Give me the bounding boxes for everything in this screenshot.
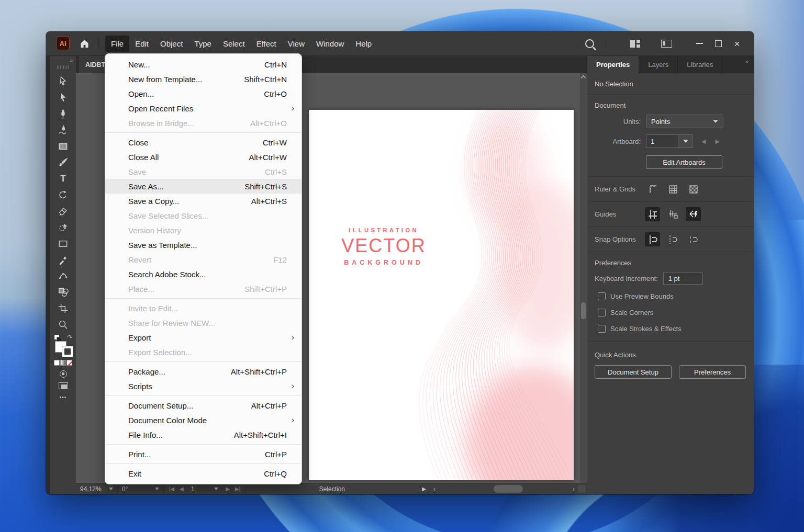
preferences-button[interactable]: Preferences (679, 365, 746, 379)
edit-toolbar-icon[interactable]: ••• (60, 394, 67, 400)
menu-item[interactable]: Close Ctrl+W (105, 135, 302, 150)
selection-tool[interactable] (54, 73, 72, 89)
zoom-level-control[interactable]: 94,12% (76, 483, 118, 494)
shape-builder-tool[interactable] (54, 284, 72, 300)
none-swatch[interactable] (66, 360, 72, 366)
menu-item[interactable]: Save a Copy... Alt+Ctrl+S (105, 194, 302, 208)
home-icon[interactable] (79, 38, 90, 49)
menu-item[interactable]: Search Adobe Stock... (105, 267, 302, 281)
grid-icon[interactable] (665, 182, 680, 196)
menubar-item[interactable]: Help (350, 36, 377, 52)
menubar-item[interactable]: View (282, 36, 310, 52)
scale-strokes-effects-checkbox[interactable] (598, 325, 606, 333)
snap-to-point-icon[interactable] (645, 232, 660, 246)
tab-layers[interactable]: Layers (639, 56, 678, 73)
stroke-color-swatch[interactable] (62, 346, 73, 357)
menu-item[interactable]: Export › (105, 330, 302, 345)
workspace-switcher-icon[interactable] (640, 40, 672, 48)
scale-corners-checkbox[interactable] (598, 309, 606, 316)
color-swatch[interactable] (54, 360, 60, 366)
menu-item[interactable]: Exit Ctrl+Q (105, 466, 302, 481)
artboard-dropdown[interactable] (678, 134, 693, 148)
last-artboard-icon[interactable]: ▶| (235, 486, 240, 492)
puppet-warp-tool[interactable] (54, 268, 72, 284)
tab-libraries[interactable]: Libraries (678, 56, 722, 73)
eraser-tool[interactable] (54, 203, 72, 219)
document-setup-button[interactable]: Document Setup (595, 365, 672, 379)
keyboard-increment-input[interactable]: 1 pt (663, 273, 703, 285)
rotation-control[interactable]: 0° (118, 483, 164, 494)
vertical-scrollbar[interactable] (580, 73, 587, 483)
shaper-tool[interactable] (54, 219, 72, 235)
units-dropdown[interactable]: Points (646, 115, 723, 128)
tab-properties[interactable]: Properties (587, 56, 639, 73)
menu-item[interactable]: New... Ctrl+N (105, 57, 302, 72)
horizontal-scrollbar[interactable]: ‹ › (430, 483, 587, 494)
previous-artboard-icon[interactable]: ◀ (180, 486, 184, 492)
menubar-item[interactable]: File (105, 36, 129, 52)
scroll-left-icon[interactable]: ‹ (430, 485, 439, 493)
previous-artboard-icon[interactable]: ◀ (701, 138, 706, 145)
show-guides-icon[interactable] (645, 207, 660, 221)
use-preview-bounds-checkbox[interactable] (598, 292, 606, 300)
direct-selection-tool[interactable] (54, 89, 72, 106)
pen-tool[interactable] (54, 106, 72, 122)
menu-item[interactable]: Save as Template... (105, 237, 302, 252)
snap-to-glyph-icon[interactable] (686, 207, 701, 221)
menubar-item[interactable]: Window (310, 36, 350, 52)
status-expand-icon[interactable]: ▶ (418, 486, 430, 492)
scroll-right-icon[interactable]: › (570, 485, 578, 493)
pixel-grid-icon[interactable] (686, 182, 701, 196)
screen-mode-icon[interactable] (59, 382, 68, 389)
toolbar-grip[interactable]: |||||||| (57, 64, 70, 69)
artboard-input[interactable]: 1 (646, 134, 678, 148)
menu-item[interactable]: Invite to Edit... (105, 301, 302, 315)
panel-expand-icon[interactable]: » (745, 56, 754, 73)
menu-item[interactable]: Close All Alt+Ctrl+W (105, 150, 302, 164)
menubar-item[interactable]: Type (188, 36, 217, 52)
horizontal-scroll-thumb[interactable] (494, 485, 523, 493)
menu-item[interactable]: Save As... Shift+Ctrl+S (105, 179, 302, 194)
next-artboard-icon[interactable]: ▶ (226, 486, 230, 492)
menu-item[interactable]: Document Color Mode › (105, 413, 302, 427)
first-artboard-icon[interactable]: |◀ (169, 486, 174, 492)
paintbrush-tool[interactable] (54, 154, 72, 171)
snap-to-grid-icon[interactable] (665, 232, 680, 246)
menu-item[interactable]: New from Template... Shift+Ctrl+N (105, 72, 302, 86)
search-icon[interactable] (585, 39, 594, 48)
default-fill-stroke-icon[interactable] (54, 335, 59, 339)
maximize-button[interactable] (709, 36, 728, 51)
edit-artboards-button[interactable]: Edit Artboards (646, 155, 722, 169)
eyedropper-tool[interactable] (54, 252, 72, 268)
menu-item[interactable]: Browse in Bridge... Alt+Ctrl+O (105, 116, 302, 130)
menu-item[interactable]: Share for Review NEW... (105, 315, 302, 330)
minimize-button[interactable] (690, 36, 709, 51)
artboard-number-control[interactable]: 1 (189, 485, 221, 493)
menu-item[interactable]: Document Setup... Alt+Ctrl+P (105, 398, 302, 413)
arrange-documents-icon[interactable] (630, 40, 640, 48)
menu-item[interactable]: Scripts › (105, 379, 302, 393)
curvature-tool[interactable] (54, 122, 72, 138)
menu-item[interactable]: Print... Ctrl+P (105, 447, 302, 461)
toolbar-expand-icon[interactable]: » (50, 56, 76, 63)
snap-to-pixel-icon[interactable] (686, 232, 701, 246)
menu-item[interactable]: Version History (105, 223, 302, 237)
menu-item[interactable]: Save Selected Slices... (105, 208, 302, 223)
menubar-item[interactable]: Effect (251, 36, 282, 52)
lock-guides-icon[interactable] (665, 207, 680, 221)
menubar-item[interactable]: Object (154, 36, 188, 52)
vertical-scroll-thumb[interactable] (581, 302, 586, 319)
type-tool[interactable]: T (54, 171, 72, 187)
menu-item[interactable]: Revert F12 (105, 252, 302, 267)
horizontal-scroll-track[interactable] (439, 483, 569, 494)
menubar-item[interactable]: Select (217, 36, 251, 52)
ruler-icon[interactable] (645, 182, 660, 196)
artboard-tool[interactable] (54, 300, 72, 316)
drawing-modes-icon[interactable] (60, 370, 67, 378)
menubar-item[interactable]: Edit (129, 36, 154, 52)
menu-item[interactable]: Export Selection... (105, 345, 302, 359)
menu-item[interactable]: Open... Ctrl+O (105, 86, 302, 101)
scroll-up-icon[interactable] (581, 75, 586, 81)
gradient-swatch[interactable] (60, 360, 66, 366)
close-button[interactable]: × (728, 36, 746, 51)
